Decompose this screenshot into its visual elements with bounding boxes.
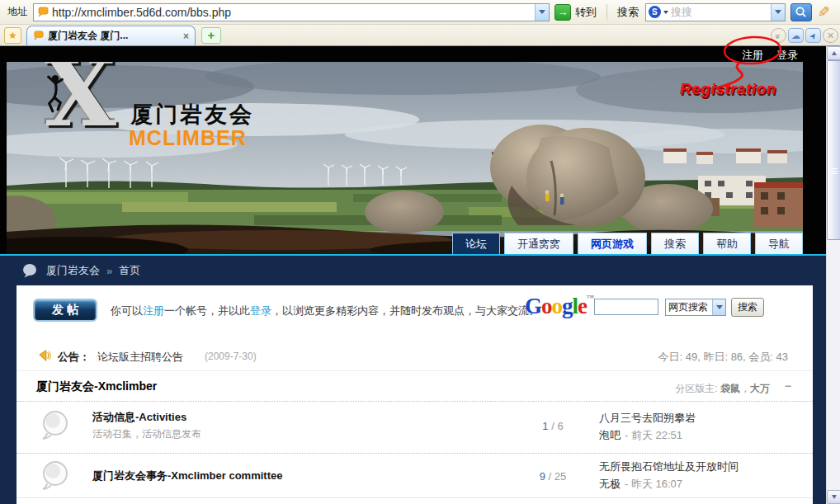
go-arrow-icon: → [557,6,568,18]
post-count: 6 [557,420,563,432]
search-engine-icon[interactable]: S [649,6,661,18]
go-label[interactable]: 转到 [575,5,597,20]
search-go-button[interactable] [790,3,812,21]
nav-tab-help[interactable]: 帮助 [703,233,751,254]
nav-tab-search[interactable]: 搜索 [651,233,699,254]
search-box[interactable]: S [645,3,786,21]
lastpost-author-link[interactable]: 泡吧 [599,429,621,441]
google-search-button[interactable]: 搜索 [731,298,764,317]
collapse-toggle[interactable]: − [785,379,791,393]
forum-title-link[interactable]: 厦门岩友会事务-Xmclimber committee [92,469,282,483]
moderator-link[interactable]: 大万 [750,383,770,394]
category-title[interactable]: 厦门岩友会-Xmclimber [36,379,157,394]
double-chevron-down-icon: » [774,34,784,37]
chevron-down-icon [716,305,723,309]
nav-tab-wowo[interactable]: 开通窝窝 [504,233,573,254]
moderator-separator: ， [740,383,750,394]
lastpost-time: - 前天 22:51 [625,429,682,441]
login-link[interactable]: 登录 [776,48,798,63]
scrollbar-grip [831,168,838,176]
breadcrumb: 厦门岩友会 » 首页 [0,256,826,285]
announcement-date: (2009-7-30) [205,351,257,362]
search-dropdown-button[interactable] [771,4,785,21]
go-button[interactable]: → [554,4,571,21]
favorites-button[interactable]: ★ [4,27,21,44]
highlight-pen-icon[interactable]: ✎ [818,3,830,21]
lastpost-title-link[interactable]: 八月三号去阳朔攀岩 [599,411,696,426]
tab-favicon-icon [33,31,44,41]
scroll-down-button[interactable] [827,490,840,504]
login-inline-link[interactable]: 登录 [250,304,271,317]
chevron-down-icon[interactable] [663,11,668,14]
breadcrumb-site[interactable]: 厦门岩友会 [46,263,100,278]
forum-main: 发 帖 你可以注册一个帐号，并以此登录，以浏览更多精彩内容，并随时发布观点，与大… [17,285,813,504]
welcome-segment: 一个帐号，并以此 [164,304,250,317]
forum-bubble-icon [40,459,71,492]
search-input[interactable] [671,6,771,18]
vertical-scrollbar[interactable] [826,46,840,504]
logo-english-name: MCLIMBER [129,126,247,150]
web-page: 注册 登录 [0,46,826,504]
banner: X 厦门岩友会 MCLIMBER [7,62,803,254]
welcome-segment: ，以浏览更多精彩内容，并随时发布观点，与大家交流。 [271,304,540,317]
pin-button[interactable]: ➤ [805,28,821,43]
forum-bubble-icon [40,409,71,442]
select-value: 网页搜索 [666,300,712,314]
logo-chinese-name: 厦门岩友会 [130,100,254,130]
forum-counts: 9 / 25 [512,470,594,483]
speech-bubble-icon [21,262,38,279]
register-link[interactable]: 注册 [742,48,763,63]
lastpost-time: - 昨天 16:07 [625,478,682,490]
close-tabs-button[interactable]: ✕ [823,28,838,43]
forum-title-link[interactable]: 活动信息-Activities [92,410,186,425]
address-input[interactable]: http://xmclimber.5d6d.com/bbs.php [33,3,550,21]
google-search-type-select[interactable]: 网页搜索 [665,299,726,316]
account-links: 注册 登录 [742,48,798,63]
nav-tab-webgames[interactable]: 网页游戏 [578,233,647,254]
new-tab-button[interactable]: + [201,27,221,44]
chevron-down-icon [539,10,545,14]
category-header: 厦门岩友会-Xmclimber 分区版主: 袋鼠，大万 − [17,374,813,401]
announcement-link[interactable]: 论坛版主招聘公告 [97,350,183,365]
nav-tab-navigation[interactable]: 导航 [755,233,803,254]
scrollbar-thumb[interactable] [827,60,840,240]
scroll-up-button[interactable] [827,46,840,60]
lastpost-author-link[interactable]: 无极 [599,478,621,490]
forum-stats: 今日: 49, 昨日: 86, 会员: 43 [658,350,789,365]
dotted-divider [17,453,813,454]
search-label: 搜索 [617,5,639,20]
browser-tab[interactable]: 厦门岩友会 厦门... × [26,26,196,45]
url-dropdown-button[interactable] [535,4,549,21]
select-arrow-button[interactable] [712,299,725,315]
site-favicon-icon [37,7,49,18]
forum-counts: 1 / 6 [512,420,594,432]
register-inline-link[interactable]: 注册 [143,304,164,317]
nav-tab-forum[interactable]: 论坛 [452,233,500,254]
url-text[interactable]: http://xmclimber.5d6d.com/bbs.php [52,6,535,19]
tab-list-button[interactable]: » [771,28,786,43]
lastpost-meta: 泡吧- 前天 22:51 [599,428,682,443]
google-search-input[interactable] [594,299,658,315]
megaphone-icon [38,348,53,363]
moderator-label: 分区版主: [675,383,717,394]
tab-close-icon[interactable]: × [183,31,189,42]
chevron-up-icon [832,51,837,55]
new-post-button[interactable]: 发 帖 [33,299,97,322]
forum-description: 活动召集，活动信息发布 [92,427,201,441]
lastpost-title-link[interactable]: 无所畏抱石馆地址及开放时间 [599,459,739,474]
cloud-sync-button[interactable]: ☁ [788,28,804,43]
breadcrumb-page[interactable]: 首页 [119,263,140,278]
welcome-text: 你可以注册一个帐号，并以此登录，以浏览更多精彩内容，并随时发布观点，与大家交流。 [111,304,540,318]
site-logo: X 厦门岩友会 MCLIMBER [38,65,310,156]
dotted-divider [17,401,813,402]
google-letter: G [525,294,541,318]
address-label: 地址 [7,5,27,19]
moderator-link[interactable]: 袋鼠 [720,383,740,394]
tab-title: 厦门岩友会 厦门... [48,29,180,43]
google-letter: e [578,294,587,318]
site-nav-tabs: 论坛 开通窝窝 网页游戏 搜索 帮助 导航 [452,233,803,254]
google-letter: o [552,294,563,318]
browser-tab-bar: ★ 厦门岩友会 厦门... × + » ☁ ➤ ✕ [0,25,840,46]
breadcrumb-separator: » [106,265,112,277]
announcement-label: 公告： [58,350,90,365]
